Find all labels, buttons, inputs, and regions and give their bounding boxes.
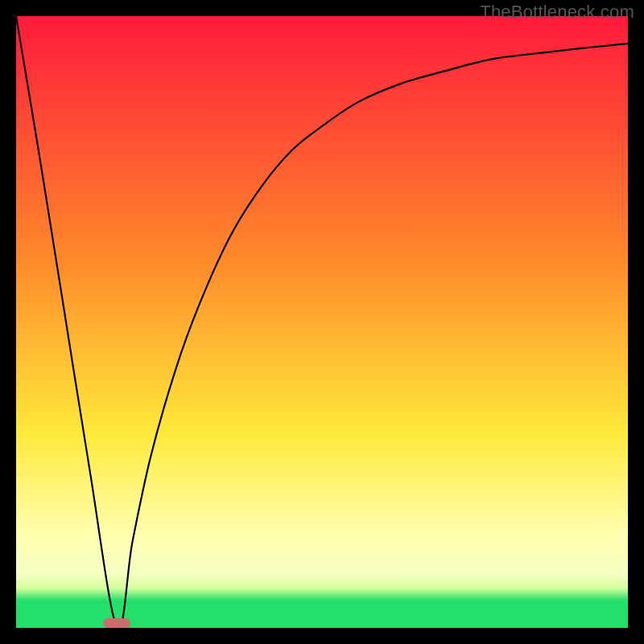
chart-curve-layer — [16, 16, 628, 628]
bottleneck-curve — [16, 16, 628, 630]
watermark-text: TheBottleneck.com — [480, 2, 634, 23]
minimum-marker — [103, 618, 130, 628]
chart-frame: TheBottleneck.com — [0, 0, 644, 644]
